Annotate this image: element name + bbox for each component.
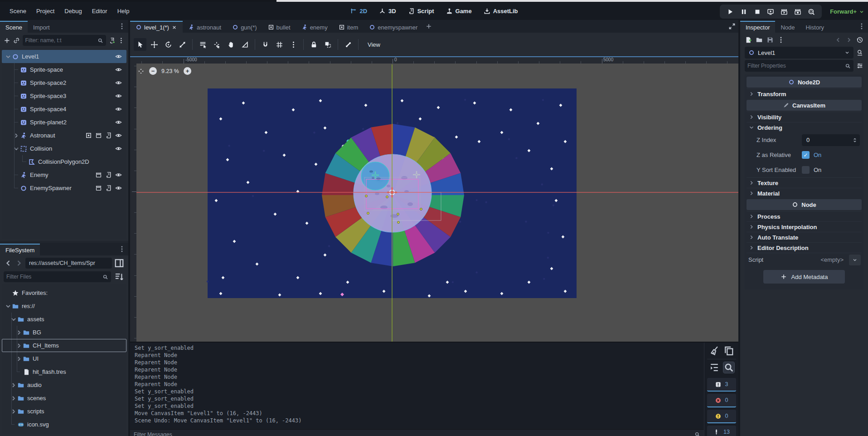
play-button[interactable]	[725, 7, 735, 17]
fs-item-res-[interactable]: res://	[2, 299, 126, 313]
workspace-script[interactable]: Script	[404, 6, 438, 16]
ruler-tool[interactable]	[238, 38, 251, 51]
scene-tree-item-collisionpolygon2d[interactable]: CollisionPolygon2D	[2, 155, 126, 168]
play-custom-scene-button[interactable]	[793, 7, 803, 17]
skeleton-options[interactable]	[342, 38, 354, 51]
dotsv-icon[interactable]	[858, 23, 865, 30]
eye-icon[interactable]	[115, 119, 122, 126]
scene-tab-item[interactable]: item	[333, 21, 364, 33]
scene-tree-item-enemyspawner[interactable]: EnemySpawner	[2, 181, 126, 195]
open-docs-icon[interactable]	[856, 49, 863, 56]
script-dropdown[interactable]	[849, 255, 861, 265]
eye-icon[interactable]	[115, 106, 122, 113]
eye-icon[interactable]	[115, 79, 122, 86]
filesystem-filter-input[interactable]	[6, 274, 101, 280]
instance-scene-button[interactable]	[13, 35, 20, 46]
property-tools-icon[interactable]	[856, 62, 863, 69]
history-forward-button[interactable]	[15, 258, 24, 268]
section-texture[interactable]: Texture	[747, 177, 862, 188]
eye-icon[interactable]	[115, 53, 122, 60]
section-auto-translate[interactable]: Auto Translate	[747, 232, 862, 242]
current-path[interactable]: res://assets/CH_Items/Spr	[25, 258, 112, 269]
section-physics-interpolation[interactable]: Physics Interpolation	[747, 221, 862, 232]
distraction-free-button[interactable]	[726, 20, 738, 33]
scene-tab-enemy[interactable]: enemy	[296, 21, 333, 33]
eye-icon[interactable]	[115, 171, 122, 178]
scene-tab-level-1-[interactable]: level_1(*)	[130, 21, 183, 33]
scene-tab-gun-[interactable]: gun(*)	[227, 21, 262, 33]
tab-import[interactable]: Import	[28, 21, 55, 33]
scene-tree-item-enemy[interactable]: Enemy	[2, 168, 126, 181]
workspace-3d[interactable]: 3D	[375, 6, 400, 16]
sort-files-button[interactable]	[114, 271, 125, 282]
edits-badge[interactable]: 13	[707, 426, 736, 436]
history-back-icon[interactable]	[834, 36, 842, 44]
expander-open[interactable]	[5, 53, 12, 60]
script-icon[interactable]	[105, 132, 112, 139]
clapper-icon[interactable]	[95, 185, 102, 191]
fs-item-audio[interactable]: audio	[2, 378, 126, 392]
scene-tree-item-sprite-space[interactable]: Sprite-space	[2, 63, 126, 76]
fs-item-bg[interactable]: BG	[2, 326, 126, 339]
scene-tree-menu-button[interactable]	[118, 35, 125, 46]
eye-icon[interactable]	[115, 145, 122, 152]
zoom-level[interactable]: 9.23 %	[161, 68, 179, 74]
fs-item-assets[interactable]: assets	[2, 313, 126, 326]
scale-tool[interactable]	[176, 38, 189, 51]
move-tool[interactable]	[148, 38, 160, 51]
menu-help[interactable]: Help	[113, 6, 134, 16]
menu-scene[interactable]: Scene	[5, 6, 30, 16]
zoom-out-button[interactable]: −	[149, 67, 157, 75]
fs-item-favorites-[interactable]: Favorites:	[2, 286, 126, 299]
edit-history-icon[interactable]	[856, 36, 863, 44]
workspace-assetlib[interactable]: AssetLib	[480, 6, 522, 16]
messages-badge[interactable]: 3	[707, 378, 736, 392]
list-select-tool[interactable]	[196, 38, 209, 51]
lock-toggle[interactable]	[307, 38, 320, 51]
zoom-in-button[interactable]: +	[184, 67, 191, 75]
node-selector[interactable]: Level1	[745, 47, 853, 59]
scene-canvas[interactable]	[130, 64, 738, 342]
pause-button[interactable]	[739, 7, 749, 17]
eye-icon[interactable]	[115, 93, 122, 99]
clear-output-button[interactable]	[709, 345, 720, 356]
workspace-game[interactable]: Game	[442, 6, 475, 16]
scene-filter-input[interactable]	[25, 37, 96, 44]
menu-editor[interactable]: Editor	[88, 6, 112, 16]
scene-tree-item-collision[interactable]: Collision	[2, 142, 126, 155]
rotate-tool[interactable]	[162, 38, 175, 51]
scene-tree-item-sprite-planet2[interactable]: Sprite-planet2	[2, 116, 126, 129]
fs-item-scenes[interactable]: scenes	[2, 392, 126, 405]
tab-inspector[interactable]: Inspector	[740, 21, 775, 33]
fs-item-icon-svg[interactable]: icon.svg	[2, 418, 126, 431]
errors-badge[interactable]: 0	[707, 394, 736, 407]
scene-tree-item-sprite-space2[interactable]: Sprite-space2	[2, 76, 126, 89]
load-resource-icon[interactable]	[756, 36, 763, 44]
2d-viewport[interactable]: -500005000 − 9.23 % +	[130, 56, 738, 342]
filter-messages-input[interactable]	[134, 431, 694, 436]
menu-project[interactable]: Project	[32, 6, 58, 16]
eye-icon[interactable]	[115, 66, 122, 73]
instance-icon[interactable]	[85, 132, 92, 139]
scene-tree-item-astronaut[interactable]: Astronaut	[2, 129, 126, 142]
section-ordering[interactable]: Ordering	[747, 122, 862, 132]
add-node-button[interactable]	[4, 35, 10, 46]
history-forward-icon[interactable]	[845, 36, 853, 44]
save-resource-icon[interactable]	[766, 36, 774, 44]
copy-output-button[interactable]	[723, 345, 734, 356]
checkbox[interactable]	[802, 166, 810, 174]
tab-node[interactable]: Node	[775, 21, 800, 33]
grid-snap-toggle[interactable]	[273, 38, 286, 51]
new-resource-icon[interactable]	[745, 36, 752, 44]
section-material[interactable]: Material	[747, 188, 862, 198]
clapper-icon[interactable]	[95, 171, 102, 178]
renderer-selector[interactable]: Forward+	[830, 5, 864, 19]
section-process[interactable]: Process	[747, 211, 862, 221]
fs-item-hit-flash-tres[interactable]: hit_flash.tres	[2, 365, 126, 378]
tab-history[interactable]: History	[800, 21, 829, 33]
select-tool[interactable]	[134, 38, 146, 51]
dock-menu-icon[interactable]	[118, 245, 126, 253]
resource-menu-icon[interactable]	[777, 36, 785, 44]
movie-maker-button[interactable]	[806, 7, 816, 17]
checkbox[interactable]: ✓	[802, 151, 810, 159]
